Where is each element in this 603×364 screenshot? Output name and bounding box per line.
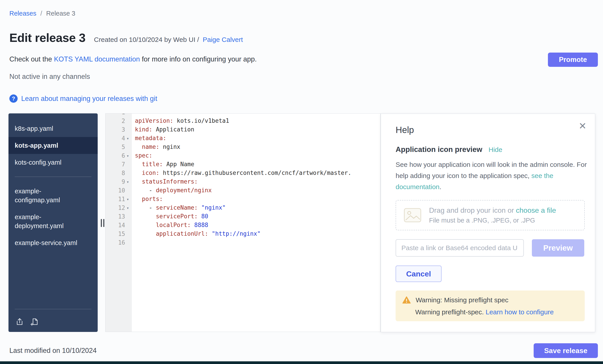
file-name: k8s-app.yaml [15,124,53,133]
dropzone-prompt: Drag and drop your icon or [429,206,516,214]
breadcrumb-separator: / [40,10,42,17]
gutter-line: 14 [105,221,132,230]
help-title: Help [396,125,584,135]
file-tree-item-k8s-app-yaml[interactable]: k8s-app.yaml [9,120,98,137]
fold-arrow-icon[interactable]: ▾ [125,205,130,210]
code-line[interactable]: kind: Application [135,125,381,134]
channel-status: Not active in any channels [9,73,90,81]
file-name: kots-app.yaml [15,141,58,150]
gutter-line: 10 [105,186,132,195]
file-tree-groups: k8s-app.yamlkots-app.yamlkots-config.yam… [9,113,98,251]
git-help-row: ? Learn about managing your releases wit… [9,94,157,103]
code-line[interactable]: apiVersion: kots.io/v1beta1 [135,117,381,125]
code-line[interactable]: metadata: [135,134,381,143]
icon-url-row: Preview [396,239,584,257]
gutter-line: 9▾ [105,177,132,186]
dropzone-text: Drag and drop your icon or choose a file… [429,206,556,224]
file-tree-item-kots-config-yaml[interactable]: kots-config.yaml [9,154,98,171]
file-tree-divider [15,177,92,177]
image-placeholder-icon [404,208,421,222]
code-line[interactable]: - deployment/nginx [135,186,381,195]
file-name: kots-config.yaml [15,158,62,167]
description-period: . [440,183,441,190]
breadcrumb-current: Release 3 [46,10,75,17]
gutter-line: 3 [105,125,132,134]
fold-arrow-icon[interactable]: ▾ [125,136,130,141]
code-line[interactable]: icon: https://raw.githubusercontent.com/… [135,169,381,177]
yaml-editor[interactable]: 1234▾56▾789▾1011▾12▾13141516 ---apiVersi… [105,113,381,332]
gutter-line: 6▾ [105,151,132,160]
new-file-icon[interactable] [30,317,39,326]
file-tree-actions [15,317,39,326]
help-panel: ✕ Help Application icon preview Hide See… [381,114,595,332]
code-line[interactable]: servicePort: 80 [135,212,381,221]
gutter-line: 5 [105,143,132,151]
save-release-button[interactable]: Save release [534,343,598,358]
gutter-line: 16 [105,238,132,247]
fold-arrow-icon[interactable]: ▾ [125,197,130,202]
editor-code[interactable]: ---apiVersion: kots.io/v1beta1kind: Appl… [132,114,381,332]
preview-button[interactable]: Preview [532,239,584,257]
file-tree-item-example-deployment-yaml[interactable]: example-deployment.yaml [9,209,98,234]
warning-detail-row: Warning preflight-spec. Learn how to con… [415,308,578,316]
git-releases-link[interactable]: Learn about managing your releases with … [21,95,157,103]
pane-resize-handle-left[interactable] [101,219,104,227]
created-info: Created on 10/10/2024 by Web UI / Paige … [94,36,243,44]
code-line[interactable]: --- [135,114,381,117]
code-line[interactable]: name: nginx [135,143,381,151]
icon-dropzone[interactable]: Drag and drop your icon or choose a file… [396,200,585,230]
icon-url-input[interactable] [396,239,524,257]
learn-how-to-configure-link[interactable]: Learn how to configure [486,308,554,316]
hide-link[interactable]: Hide [489,146,502,154]
bottom-strip [0,361,603,364]
author-link[interactable]: Paige Calvert [203,36,243,43]
code-line[interactable]: - serviceName: "nginx" [135,203,381,212]
code-line[interactable]: spec: [135,151,381,160]
docs-suffix: for more info on configuring your app. [140,55,257,63]
breadcrumb-releases-link[interactable]: Releases [9,10,36,17]
gutter-line: 11▾ [105,195,132,203]
file-name: example-deployment.yaml [15,212,82,230]
gutter-line: 4▾ [105,134,132,143]
gutter-line: 2 [105,117,132,125]
warning-title-row: Warning: Missing preflight spec [402,296,578,304]
code-lines: ---apiVersion: kots.io/v1beta1kind: Appl… [135,114,381,247]
code-line[interactable]: localPort: 8888 [135,221,381,230]
fold-arrow-icon[interactable]: ▾ [125,153,130,158]
question-icon: ? [9,94,18,103]
file-name: example-service.yaml [15,238,77,247]
code-line[interactable] [135,238,381,247]
code-line[interactable]: applicationUrl: "http://nginx" [135,230,381,238]
dropzone-hint: File must be a .PNG, .JPEG, or .JPG [429,217,556,224]
warning-icon [402,296,411,304]
close-icon[interactable]: ✕ [579,121,587,131]
gutter-line: 13 [105,212,132,221]
editor-gutter: 1234▾56▾789▾1011▾12▾13141516 [105,114,132,332]
preflight-warning-box: Warning: Missing preflight spec Warning … [396,290,585,321]
last-modified-text: Last modified on 10/10/2024 [9,347,97,355]
gutter-line: 8 [105,169,132,177]
file-name: example-configmap.yaml [15,187,82,205]
release-editor-page: Releases / Release 3 Edit release 3 Crea… [0,0,603,364]
code-line[interactable]: ports: [135,195,381,203]
title-row: Edit release 3 Created on 10/10/2024 by … [9,31,243,44]
docs-prefix: Check out the [9,55,54,63]
file-tree-item-example-configmap-yaml[interactable]: example-configmap.yaml [9,183,98,209]
choose-file-link[interactable]: choose a file [516,206,556,214]
file-tree-item-example-service-yaml[interactable]: example-service.yaml [9,234,98,251]
fold-arrow-icon[interactable]: ▾ [125,179,130,184]
code-line[interactable]: title: App Name [135,160,381,169]
page-title: Edit release 3 [9,31,85,44]
gutter-line: 7 [105,160,132,169]
gutter-line: 12▾ [105,203,132,212]
code-line[interactable]: statusInformers: [135,177,381,186]
breadcrumb: Releases / Release 3 [9,10,75,17]
gutter-lines: 1234▾56▾789▾1011▾12▾13141516 [105,114,132,247]
kots-yaml-docs-link[interactable]: KOTS YAML documentation [54,55,140,63]
cancel-button[interactable]: Cancel [396,265,441,282]
import-file-icon[interactable] [15,317,24,326]
file-tree-item-kots-app-yaml[interactable]: kots-app.yaml [9,137,98,154]
file-tree-bottom-divider [15,309,92,309]
promote-button[interactable]: Promote [548,53,598,67]
docs-line: Check out the KOTS YAML documentation fo… [9,55,257,63]
